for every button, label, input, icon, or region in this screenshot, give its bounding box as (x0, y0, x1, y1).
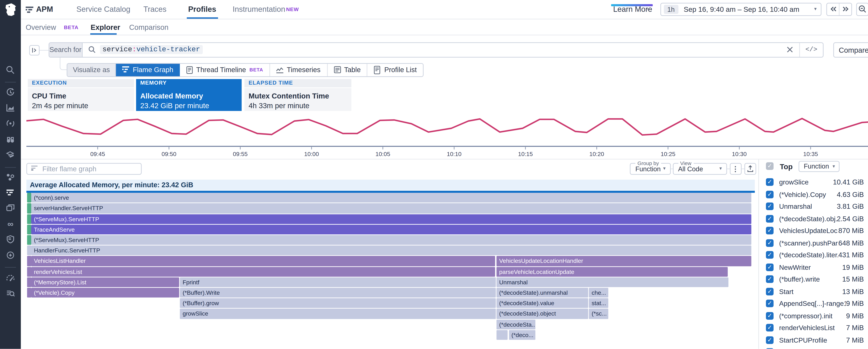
top-function-row[interactable]: ✓(*decodeState).obj...2.54 GiB (766, 213, 868, 225)
metric-card-mutex-contention[interactable]: ELAPSED TIME Mutex Contention Time 4h 33… (244, 79, 351, 111)
flame-frame[interactable]: growSlice (180, 309, 495, 319)
viz-option-flame-graph[interactable]: Flame Graph (116, 64, 180, 76)
top-function-row[interactable]: ✓(*scanner).pushPar...648 MiB (766, 237, 868, 249)
view-select[interactable]: View All Code▾ (673, 163, 727, 174)
flame-filter-field[interactable] (26, 163, 142, 174)
flame-frame[interactable]: (*MemoryStore).List (31, 277, 179, 287)
search-icon[interactable] (5, 65, 15, 75)
flame-frame[interactable]: HandlerFunc.ServeHTTP (31, 246, 751, 255)
flame-frame[interactable] (28, 277, 31, 287)
flame-root-frame[interactable] (26, 190, 755, 193)
function-checkbox[interactable]: ✓ (766, 264, 774, 271)
tab-explorer[interactable]: Explorer (91, 19, 120, 35)
bits-ai-icon[interactable] (5, 250, 15, 260)
flame-frame[interactable]: (*Buffer).Write (180, 288, 495, 298)
nav-item-profiles[interactable]: Profiles (188, 0, 216, 19)
flame-frame[interactable] (28, 193, 31, 203)
flame-frame[interactable]: (*conn).serve (31, 193, 751, 203)
flame-frame[interactable]: VehiclesUpdateLocationHandler (496, 256, 751, 266)
function-checkbox[interactable]: ✓ (766, 215, 774, 222)
memory-timeseries-chart[interactable]: 09:4509:5009:5510:0010:0510:1010:1510:20… (26, 113, 868, 156)
top-function-row[interactable]: ✓(*decodeState).liter...431 MiB (766, 249, 868, 261)
function-checkbox[interactable]: ✓ (766, 336, 774, 344)
top-function-row[interactable]: ✓(*Vehicle).Copy4.63 GiB (766, 188, 868, 201)
flame-frame[interactable] (28, 224, 31, 234)
time-range-picker[interactable]: 1h Sep 16, 9:40 am – Sep 16, 10:40 am ▾ (660, 2, 822, 16)
flame-frame[interactable]: (*deco... (509, 330, 535, 340)
function-checkbox[interactable]: ✓ (766, 227, 774, 235)
top-function-row[interactable]: ✓Unmarshal3.81 GiB (766, 201, 868, 213)
top-function-row[interactable]: ✓(*compressor).init9 MiB (766, 310, 868, 322)
flame-frame[interactable] (28, 235, 31, 245)
top-function-row[interactable]: ✓StartCPUProfile7 MiB (766, 334, 868, 346)
function-checkbox[interactable]: ✓ (766, 251, 774, 259)
shift-back-button[interactable] (827, 3, 840, 15)
select-all-checkbox[interactable]: ✓ (766, 163, 774, 170)
flame-frame[interactable]: Unmarshal (496, 277, 728, 287)
metrics-icon[interactable] (5, 103, 15, 112)
learn-more-button[interactable]: Learn More (613, 0, 652, 19)
metric-card-cpu-time[interactable]: EXECUTION CPU Time 2m 4s per minute (28, 79, 134, 111)
function-checkbox[interactable]: ✓ (766, 179, 774, 186)
top-function-row[interactable]: ✓VehiclesUpdateLoc...870 MiB (766, 225, 868, 237)
top-function-row[interactable]: ✓NewWriter19 MiB (766, 261, 868, 273)
function-checkbox[interactable]: ✓ (766, 239, 774, 247)
function-checkbox[interactable]: ✓ (766, 191, 774, 198)
top-function-row[interactable]: ✓renderVehiclesList7 MiB (766, 322, 868, 334)
processes-icon[interactable] (5, 172, 15, 182)
function-checkbox[interactable]: ✓ (766, 203, 774, 210)
top-function-row[interactable]: ✓(*buffer).write15 MiB (766, 273, 868, 285)
flame-frame[interactable] (28, 204, 31, 213)
security-shield-icon[interactable] (5, 234, 15, 244)
top-function-row[interactable]: ✓growSlice10.41 GiB (766, 176, 868, 188)
nav-item-apm[interactable]: APM (36, 0, 53, 19)
top-function-row[interactable]: ✓ (766, 346, 868, 349)
flame-frame[interactable]: Fprintf (180, 277, 495, 287)
metric-card-allocated-memory[interactable]: MEMORY Allocated Memory 23.42 GiB per mi… (136, 79, 242, 111)
function-checkbox[interactable]: ✓ (766, 312, 774, 320)
flame-frame[interactable]: che... (589, 288, 608, 298)
flame-frame[interactable]: (*Buffer).grow (180, 299, 495, 308)
nav-item-traces[interactable]: Traces (144, 0, 166, 19)
flame-frame[interactable] (28, 267, 31, 277)
apm-icon[interactable] (5, 118, 15, 128)
history-icon[interactable] (5, 88, 15, 97)
top-function-row[interactable]: ✓AppendSeq[...]-range19 MiB (766, 298, 868, 310)
viz-option-table[interactable]: Table (328, 64, 368, 76)
flame-frame[interactable]: (*ServeMux).ServeHTTP (31, 214, 751, 224)
flame-frame[interactable]: TraceAndServe (31, 224, 751, 234)
zoom-out-button[interactable] (856, 2, 868, 16)
nav-item-instrumentation[interactable]: Instrumentation (232, 0, 285, 19)
viz-option-profile-list[interactable]: Profile List (368, 64, 423, 76)
flame-frame[interactable] (28, 214, 31, 224)
flame-frame[interactable] (496, 330, 508, 340)
tab-comparison[interactable]: Comparison (129, 19, 168, 35)
function-checkbox[interactable]: ✓ (766, 300, 774, 308)
flame-frame[interactable]: (*decodeState).unmarshal (496, 288, 588, 298)
gauge-icon[interactable] (5, 273, 15, 283)
more-options-button[interactable]: ⋮ (730, 163, 741, 174)
nav-item-service-catalog[interactable]: Service Catalog (76, 0, 130, 19)
shift-forward-button[interactable] (840, 3, 851, 15)
compare-button[interactable]: Compare ▾ (833, 42, 868, 57)
flame-frame[interactable]: renderVehiclesList (31, 267, 495, 277)
flame-frame[interactable]: (*ServeMux).ServeHTTP (31, 235, 751, 245)
search-bar[interactable]: Search for service:vehicle-tracker </> (49, 42, 824, 57)
top-grouping-select[interactable]: Function ▾ (799, 161, 840, 172)
viz-option-timeseries[interactable]: Timeseries (270, 64, 328, 76)
export-button[interactable] (744, 163, 756, 174)
expand-panel-button[interactable] (29, 45, 39, 55)
flame-frame[interactable]: (*sc... (589, 309, 608, 319)
tab-overview[interactable]: Overview (26, 19, 56, 35)
rum-icon[interactable] (5, 203, 15, 213)
flame-frame[interactable] (28, 246, 31, 255)
code-view-icon[interactable]: </> (800, 46, 823, 54)
flame-graph-header[interactable]: Average Allocated Memory, per minute: 23… (26, 180, 755, 190)
group-by-select[interactable]: Group by Function▾ (630, 163, 671, 174)
flame-frame[interactable]: serverHandler.ServeHTTP (31, 204, 751, 213)
profiling-icon[interactable] (5, 188, 15, 198)
flame-frame[interactable] (28, 288, 31, 298)
top-function-row[interactable]: ✓Start13 MiB (766, 285, 868, 298)
flame-frame[interactable]: (*decodeSta... (496, 319, 535, 329)
watchdog-icon[interactable] (5, 135, 15, 144)
